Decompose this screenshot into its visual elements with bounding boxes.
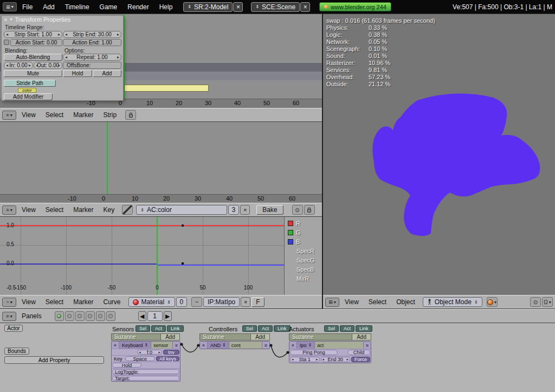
- bake-button[interactable]: Bake: [256, 205, 283, 215]
- blend-out-field[interactable]: Out: 0.00: [34, 62, 62, 69]
- viewport-3d[interactable]: swap : 0.016 (61.603 frames per second) …: [323, 14, 555, 309]
- all-keys-toggle[interactable]: All keys: [156, 356, 179, 361]
- action-menu-marker[interactable]: Marker: [69, 206, 98, 214]
- force-toggle[interactable]: Force: [351, 357, 370, 362]
- actuators-link-button[interactable]: Link: [356, 325, 372, 332]
- ipo-menu-select[interactable]: Select: [41, 298, 68, 306]
- panel-editing-icon[interactable]: [96, 311, 105, 321]
- controller-name-field[interactable]: cont: [229, 342, 262, 349]
- action-start-field[interactable]: Action Start: 0.00: [10, 39, 62, 46]
- channel-row[interactable]: G: [285, 228, 322, 237]
- nla-menu-marker[interactable]: Marker: [69, 111, 98, 119]
- lock-icon[interactable]: [304, 205, 315, 215]
- action-chart[interactable]: [0, 122, 322, 194]
- ipo-menu-curve[interactable]: Curve: [99, 298, 125, 306]
- channel-row[interactable]: B: [285, 237, 322, 246]
- add-actuator-button[interactable]: Add: [352, 334, 371, 340]
- add-modifier-button[interactable]: Add Modifier: [4, 93, 53, 100]
- channel-row[interactable]: SpecG: [285, 255, 322, 265]
- sensors-sel-button[interactable]: Sel: [135, 325, 150, 332]
- actuators-act-button[interactable]: Act: [340, 325, 354, 332]
- panels-menu[interactable]: Panels: [17, 312, 46, 320]
- channel-row[interactable]: R: [285, 219, 322, 228]
- fake-user-button[interactable]: F: [251, 297, 264, 307]
- lock-icon[interactable]: [125, 110, 136, 120]
- collapse-icon[interactable]: ▾: [10, 17, 12, 22]
- child-toggle[interactable]: Child: [347, 350, 370, 355]
- add-property-button[interactable]: Add Property: [4, 356, 104, 364]
- suzanne-object[interactable]: [361, 93, 541, 255]
- current-frame-line[interactable]: [107, 122, 108, 194]
- controller-output-socket[interactable]: [269, 344, 272, 346]
- action-end-field[interactable]: Action End: 1.00: [63, 39, 121, 46]
- menu-game[interactable]: Game: [95, 3, 122, 11]
- blender-version-button[interactable]: www.blender.org 244: [319, 2, 391, 11]
- mute-button[interactable]: Mute: [4, 70, 62, 77]
- editor-type-icon[interactable]: ~▾: [2, 298, 16, 307]
- menu-add[interactable]: Add: [38, 3, 59, 11]
- play-mode-dropdown[interactable]: Ping Pong: [290, 350, 338, 355]
- add-button[interactable]: Add: [93, 70, 121, 77]
- hold-button[interactable]: Hold: [63, 70, 92, 77]
- ipo-unlink-button[interactable]: ×: [241, 297, 250, 307]
- sliders-icon[interactable]: [122, 205, 133, 215]
- panel-script-icon[interactable]: [65, 311, 74, 321]
- material-index[interactable]: 0: [176, 297, 187, 307]
- add-controller-button[interactable]: Add: [250, 334, 269, 340]
- repeat-field[interactable]: Repeat: 1.00: [63, 54, 121, 61]
- ipo-curve-r[interactable]: [0, 225, 284, 226]
- ipo-chart[interactable]: 1.0 0.5 0.0 -0.5 -150 -100 -50 0 50 100 …: [0, 217, 322, 295]
- frequency-field[interactable]: f:0: [137, 350, 162, 355]
- ipo-datablock-field[interactable]: IP:MatIpo: [203, 297, 240, 307]
- nla-action-strip[interactable]: [124, 85, 209, 92]
- view3d-menu-select[interactable]: Select: [364, 298, 391, 306]
- channel-row[interactable]: MirR: [285, 274, 322, 283]
- sensor-type-dropdown[interactable]: Keyboard⇕: [119, 342, 151, 349]
- action-unlink-button[interactable]: ×: [240, 205, 250, 215]
- panel-scene-icon[interactable]: [106, 311, 115, 321]
- suzanne-blob[interactable]: [372, 94, 540, 236]
- scene-close-button[interactable]: ×: [300, 2, 310, 12]
- actuator-type-dropdown[interactable]: Ipo⇕: [297, 342, 315, 349]
- controller-type-dropdown[interactable]: AND⇕: [208, 342, 229, 349]
- window-type-icon[interactable]: ⊞▾: [3, 2, 17, 11]
- frame-step-forward[interactable]: ▶: [164, 311, 172, 321]
- offsbone-field[interactable]: OffsBone:: [63, 62, 121, 69]
- controllers-sel-button[interactable]: Sel: [242, 325, 257, 332]
- nla-menu-select[interactable]: Select: [41, 111, 68, 119]
- menu-help[interactable]: Help: [154, 3, 178, 11]
- log-toggle-field[interactable]: LogToggle:: [112, 369, 179, 374]
- start-frame-field[interactable]: Sta 1: [290, 357, 320, 362]
- invert-toggle[interactable]: Inv: [163, 350, 179, 355]
- delete-controller-icon[interactable]: ×: [200, 342, 208, 349]
- sensor-name-field[interactable]: sensor: [151, 342, 173, 349]
- ipo-browse-icon[interactable]: ~: [191, 297, 202, 307]
- delete-sensor-icon[interactable]: ×: [112, 342, 119, 349]
- blend-in-field[interactable]: In: 0.00: [4, 62, 33, 69]
- mode-selector[interactable]: Object Mode ⇕: [423, 297, 482, 307]
- controllers-act-button[interactable]: Act: [258, 325, 273, 332]
- actor-toggle[interactable]: Actor: [4, 325, 23, 332]
- nla-menu-strip[interactable]: Strip: [99, 111, 121, 119]
- sensor-output-socket[interactable]: [180, 343, 183, 345]
- copy-icon[interactable]: ⊙: [292, 205, 303, 215]
- actuator-name-field[interactable]: act: [315, 342, 364, 349]
- stride-path-button[interactable]: Stride Path: [4, 80, 56, 87]
- panel-object-icon[interactable]: [86, 311, 95, 321]
- end-frame-field[interactable]: End 30: [321, 357, 351, 362]
- bounds-toggle[interactable]: Bounds: [4, 348, 29, 355]
- action-menu-key[interactable]: Key: [99, 206, 119, 214]
- sensors-link-button[interactable]: Link: [167, 325, 184, 332]
- delete-actuator-icon[interactable]: ×: [289, 342, 297, 349]
- panel-logic-icon[interactable]: [55, 311, 64, 321]
- key-assign-button[interactable]: Space: [125, 356, 155, 361]
- ipo-curve-b[interactable]: [0, 264, 157, 265]
- channel-name-chip[interactable]: color: [18, 88, 36, 93]
- scene-selector[interactable]: ⇕SCE:Scene: [251, 2, 300, 12]
- ipo-type-selector[interactable]: Material⇕: [128, 297, 175, 307]
- collapse-actuator-icon[interactable]: ≡: [364, 342, 371, 349]
- ipo-curve-b-extrapolation[interactable]: [157, 265, 284, 266]
- globe-icon[interactable]: ⊙: [530, 297, 541, 307]
- action-range-icon[interactable]: [4, 40, 9, 45]
- action-menu-view[interactable]: View: [17, 206, 40, 214]
